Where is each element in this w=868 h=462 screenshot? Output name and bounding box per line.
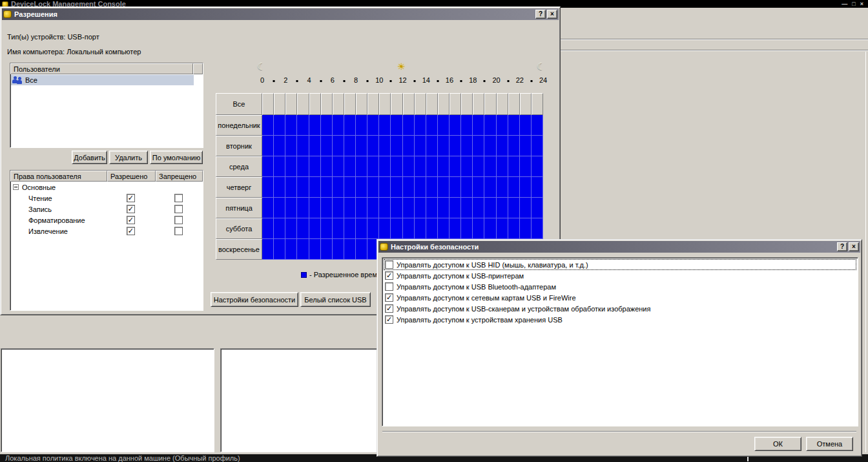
schedule-time-cell[interactable] [403,156,415,177]
security-option-checkbox[interactable]: ✓ [385,304,393,313]
schedule-time-cell[interactable] [450,156,461,177]
schedule-time-cell[interactable] [497,115,508,136]
schedule-time-cell[interactable] [473,156,484,177]
schedule-time-cell[interactable] [262,218,274,239]
schedule-time-cell[interactable] [391,156,402,177]
schedule-time-cell[interactable] [473,218,484,239]
schedule-time-cell[interactable] [403,115,415,136]
denied-column-header[interactable]: Запрещено [156,171,203,182]
schedule-hour-header-cell[interactable] [438,93,450,115]
schedule-time-cell[interactable] [344,177,356,198]
schedule-time-cell[interactable] [262,198,274,218]
schedule-time-cell[interactable] [438,198,450,218]
schedule-time-cell[interactable] [333,177,344,198]
usb-whitelist-button[interactable]: Белый список USB [300,292,371,307]
schedule-time-cell[interactable] [415,156,426,177]
user-list-item[interactable]: Все [11,75,194,85]
schedule-time-cell[interactable] [297,177,309,198]
schedule-time-cell[interactable] [379,115,391,136]
schedule-time-cell[interactable] [333,115,344,136]
schedule-time-cell[interactable] [403,136,415,156]
schedule-time-cell[interactable] [379,156,391,177]
schedule-time-cell[interactable] [321,115,333,136]
schedule-grid[interactable]: Всепонедельниквторниксредачетвергпятница… [216,93,543,260]
schedule-time-cell[interactable] [344,198,356,218]
schedule-time-cell[interactable] [497,218,508,239]
schedule-time-cell[interactable] [321,239,333,260]
schedule-hour-header-cell[interactable] [379,93,391,115]
security-titlebar[interactable]: Настройки безопасности ? × [378,241,860,253]
schedule-time-cell[interactable] [415,136,426,156]
security-option-row[interactable]: ✓Управлять доступом к USB-принтерам [384,270,856,281]
schedule-time-cell[interactable] [508,136,520,156]
schedule-time-cell[interactable] [274,177,285,198]
schedule-time-cell[interactable] [379,218,391,239]
schedule-day-label[interactable]: суббота [216,218,262,239]
schedule-time-cell[interactable] [321,177,333,198]
schedule-time-cell[interactable] [297,156,309,177]
schedule-time-cell[interactable] [333,218,344,239]
security-option-row[interactable]: ✓Управлять доступом к сетевым картам USB… [384,292,856,303]
allowed-column-header[interactable]: Разрешено [107,171,156,182]
default-button[interactable]: По умолчанию [150,151,203,164]
schedule-time-cell[interactable] [426,218,438,239]
schedule-day-label[interactable]: вторник [216,136,262,156]
schedule-time-cell[interactable] [356,136,367,156]
schedule-time-cell[interactable] [333,198,344,218]
schedule-time-cell[interactable] [426,198,438,218]
schedule-time-cell[interactable] [415,177,426,198]
ok-button[interactable]: ОК [754,437,801,451]
schedule-hour-header-cell[interactable] [426,93,438,115]
schedule-time-cell[interactable] [309,115,321,136]
schedule-time-cell[interactable] [450,136,461,156]
schedule-time-cell[interactable] [497,136,508,156]
schedule-time-cell[interactable] [415,218,426,239]
schedule-time-cell[interactable] [532,177,543,198]
schedule-time-cell[interactable] [391,177,402,198]
schedule-time-cell[interactable] [356,177,367,198]
schedule-time-cell[interactable] [532,136,543,156]
schedule-time-cell[interactable] [262,115,274,136]
allowed-checkbox[interactable]: ✓ [127,216,135,224]
schedule-time-cell[interactable] [344,115,356,136]
schedule-time-cell[interactable] [333,239,344,260]
schedule-time-cell[interactable] [438,156,450,177]
schedule-time-cell[interactable] [403,177,415,198]
schedule-time-cell[interactable] [473,177,484,198]
schedule-time-cell[interactable] [297,136,309,156]
schedule-hour-header-cell[interactable] [473,93,484,115]
schedule-hour-header-cell[interactable] [344,93,356,115]
schedule-time-cell[interactable] [520,177,532,198]
schedule-hour-header-cell[interactable] [403,93,415,115]
schedule-time-cell[interactable] [484,198,496,218]
schedule-time-cell[interactable] [321,156,333,177]
schedule-time-cell[interactable] [473,198,484,218]
schedule-time-cell[interactable] [321,136,333,156]
schedule-time-cell[interactable] [262,239,274,260]
schedule-hour-header-cell[interactable] [309,93,321,115]
schedule-time-cell[interactable] [367,156,379,177]
schedule-time-cell[interactable] [473,136,484,156]
schedule-hour-header-cell[interactable] [285,93,297,115]
help-button[interactable]: ? [837,242,847,251]
schedule-time-cell[interactable] [274,218,285,239]
schedule-time-cell[interactable] [285,198,297,218]
schedule-time-cell[interactable] [415,198,426,218]
schedule-time-cell[interactable] [532,156,543,177]
schedule-time-cell[interactable] [461,156,473,177]
schedule-day-label[interactable]: пятница [216,198,262,218]
schedule-time-cell[interactable] [391,115,402,136]
schedule-time-cell[interactable] [262,177,274,198]
schedule-time-cell[interactable] [403,218,415,239]
denied-checkbox[interactable] [174,194,183,202]
schedule-time-cell[interactable] [391,136,402,156]
console-right-panel[interactable] [220,348,379,452]
security-option-checkbox[interactable]: ✓ [385,293,393,302]
denied-checkbox[interactable] [174,205,183,213]
security-option-row[interactable]: ✓Управлять доступом к USB-сканерам и уст… [384,303,856,314]
minimize-icon[interactable]: — [842,1,847,7]
schedule-hour-header-cell[interactable] [497,93,508,115]
schedule-time-cell[interactable] [379,136,391,156]
security-options-list[interactable]: Управлять доступом к USB HID (мышь, клав… [382,257,858,426]
schedule-time-cell[interactable] [426,136,438,156]
